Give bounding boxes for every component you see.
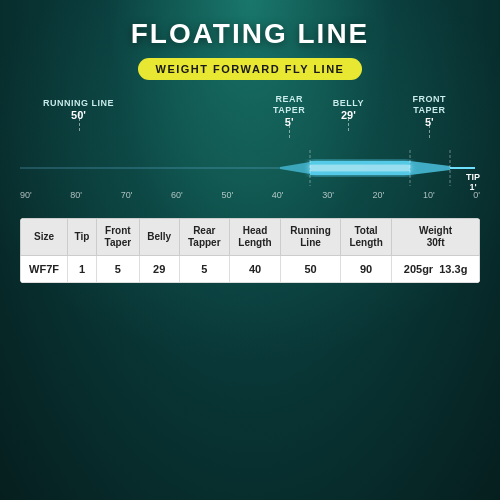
cell-tip: 1 — [68, 256, 97, 283]
ruler-80: 80' — [70, 190, 82, 200]
table-header-row: Size Tip FrontTaper Belly RearTapper Hea… — [21, 219, 480, 256]
label-running-line: RUNNING LINE 50' — [43, 98, 114, 121]
ruler-20: 20' — [373, 190, 385, 200]
ruler-70: 70' — [121, 190, 133, 200]
page-title: FLOATING LINE — [131, 18, 370, 50]
col-size: Size — [21, 219, 68, 256]
subtitle-badge: WEIGHT FORWARD FLY LINE — [138, 58, 363, 80]
main-container: FLOATING LINE WEIGHT FORWARD FLY LINE RU… — [0, 0, 500, 500]
ruler-90: 90' — [20, 190, 32, 200]
ruler-40: 40' — [272, 190, 284, 200]
labels-row: RUNNING LINE 50' REARTAPER 5' BELLY 29' … — [20, 94, 480, 150]
col-tip: Tip — [68, 219, 97, 256]
cell-size: WF7F — [21, 256, 68, 283]
label-front-taper: FRONTTAPER 5' — [402, 94, 457, 128]
label-tip: TIP1' — [466, 172, 480, 192]
svg-rect-5 — [310, 165, 410, 171]
cell-rear-tapper: 5 — [179, 256, 229, 283]
ruler-50: 50' — [221, 190, 233, 200]
svg-marker-3 — [410, 161, 450, 175]
cell-weight: 205gr 13.3g — [392, 256, 480, 283]
svg-marker-1 — [280, 162, 310, 174]
col-weight: Weight30ft — [392, 219, 480, 256]
ruler-60: 60' — [171, 190, 183, 200]
col-total-length: TotalLength — [341, 219, 392, 256]
cell-head-length: 40 — [229, 256, 280, 283]
diagram: RUNNING LINE 50' REARTAPER 5' BELLY 29' … — [20, 94, 480, 200]
col-rear-tapper: RearTapper — [179, 219, 229, 256]
ruler-10: 10' — [423, 190, 435, 200]
line-svg — [20, 150, 480, 186]
label-belly: BELLY 29' — [333, 98, 364, 121]
label-rear-taper: REARTAPER 5' — [259, 94, 319, 128]
cell-front-taper: 5 — [96, 256, 139, 283]
cell-running-line: 50 — [281, 256, 341, 283]
col-belly: Belly — [139, 219, 179, 256]
col-front-taper: FrontTaper — [96, 219, 139, 256]
data-table: Size Tip FrontTaper Belly RearTapper Hea… — [20, 218, 480, 283]
col-running-line: RunningLine — [281, 219, 341, 256]
line-diagram: TIP1' — [20, 150, 480, 186]
ruler-30: 30' — [322, 190, 334, 200]
data-table-wrap: Size Tip FrontTaper Belly RearTapper Hea… — [20, 218, 480, 283]
col-head-length: HeadLength — [229, 219, 280, 256]
ruler-row: 90' 80' 70' 60' 50' 40' 30' 20' 10' 0' — [20, 190, 480, 200]
cell-belly: 29 — [139, 256, 179, 283]
table-row: WF7F 1 5 29 5 40 50 90 205gr 13.3g — [21, 256, 480, 283]
cell-total-length: 90 — [341, 256, 392, 283]
